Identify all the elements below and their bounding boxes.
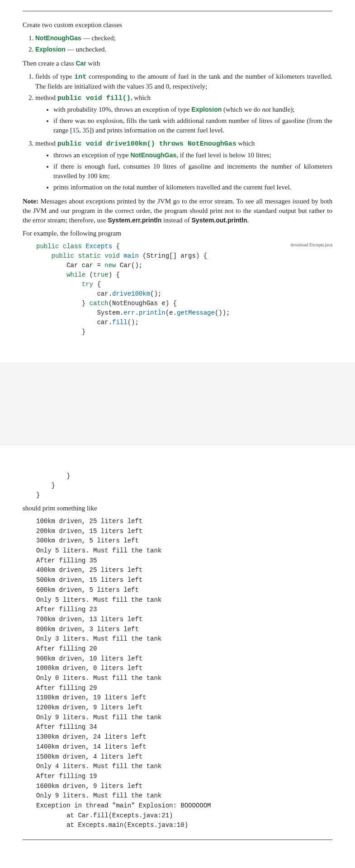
text: , if the fuel level is below 10 litres; [176,151,271,159]
t: } [36,491,40,499]
text: instead of [161,217,191,224]
text: method [35,94,57,101]
t: } [36,472,71,480]
class-name: Car [76,60,86,67]
text: with probability 10%, throws an exceptio… [53,106,191,113]
t: { [93,281,101,288]
ad-gap [0,363,355,445]
t: Car(); [116,262,142,269]
code-block-bottom: } } } [36,472,332,500]
list-item: throws an exception of type NotEnoughGas… [53,151,332,160]
t: } [36,482,55,489]
kw: new [104,262,116,269]
text: method [35,140,57,147]
top-rule [23,11,332,11]
t: car. [36,290,112,297]
document-page-continued: } } } should print something like 100km … [0,459,355,851]
list-item: prints information on the total number o… [53,183,332,192]
text: with [86,60,100,67]
text: handle); [271,106,295,113]
kw: while [36,271,85,278]
code-inline: System.out.println [192,217,247,224]
t: ( [85,271,93,278]
kw: public class [36,243,85,250]
kw: true [93,271,109,278]
intro-text: Create two custom exception classes [23,20,332,30]
t: . [135,309,138,316]
kw: void [104,252,120,259]
output-block: 100km driven, 25 liters left 200km drive… [36,517,332,830]
document-page: Create two custom exception classes NotE… [0,0,355,349]
drive-bullets: throws an exception of type NotEnoughGas… [35,151,332,192]
text: . [247,217,249,224]
emphasis: not [262,106,270,113]
fn: drive100km [112,290,150,297]
car-spec-list: fields of type int corresponding to the … [23,72,332,192]
t: } [36,328,85,335]
list-item: method public void fill(), which with pr… [35,93,332,135]
fn: fill [112,319,128,326]
fn: println [139,309,166,316]
bottom-rule [23,840,332,840]
list-item: fields of type int corresponding to the … [35,72,332,91]
fn: main [120,252,139,259]
code-listing: download Excepts.java public class Excep… [23,242,332,337]
classname: Excepts [85,243,112,250]
kw: catch [90,300,109,307]
t: car. [36,319,112,326]
list-item: if there was no explosion, fills the tan… [53,116,332,135]
t: (); [150,290,161,297]
list-item: if there is enough fuel, consumes 10 lit… [53,162,332,181]
text: (which we do [222,106,262,113]
t: (String[] args) { [139,252,207,259]
download-link[interactable]: download Excepts.java [290,242,332,248]
class-name: Explosion [35,46,66,53]
note-paragraph: Note: Messages about exceptions printed … [23,197,332,225]
t: { [112,243,120,250]
list-item: with probability 10%, throws an exceptio… [53,105,332,114]
list-item: NotEnoughGas — checked; [35,33,332,43]
list-item: method public void drive100km() throws N… [35,139,332,192]
text: throws an exception of type [53,151,130,159]
fn: getMessage [177,309,215,316]
text: which [237,140,255,147]
code-inline: System.err.println [108,217,161,224]
t: Car car = [36,262,104,269]
exception-list: NotEnoughGas — checked; Explosion — unch… [23,33,332,54]
type-keyword: int [74,73,86,81]
should-print-text: should print something like [23,504,332,513]
then-text: Then create a class Car with [23,59,332,68]
t: System. [36,309,123,316]
text: — checked; [81,34,116,42]
method-sig: public void fill() [57,94,131,102]
t: (NotEnoughGas e) { [109,300,177,307]
for-example-text: For example, the following program [23,229,332,238]
t: (e. [166,309,177,316]
fn: err [123,309,135,316]
text: , which [131,94,151,101]
t: } [36,300,90,307]
text: fields of type [35,73,74,80]
class-name: Explosion [191,106,222,113]
kw: public static [36,252,104,259]
note-label: Note: [23,198,38,205]
code-block-top: public class Excepts { public static voi… [36,242,332,337]
fill-bullets: with probability 10%, throws an exceptio… [35,105,332,135]
method-sig: public void drive100km() throws NotEnoug… [57,140,237,148]
kw: try [36,281,93,288]
class-name: NotEnoughGas [130,151,176,159]
t: ()); [215,309,230,316]
class-name: NotEnoughGas [35,34,81,42]
t: ) { [109,271,120,278]
list-item: Explosion — unchecked. [35,45,332,54]
text: Then create a class [23,60,76,67]
t: (); [128,319,139,326]
text: — unchecked. [66,46,106,53]
